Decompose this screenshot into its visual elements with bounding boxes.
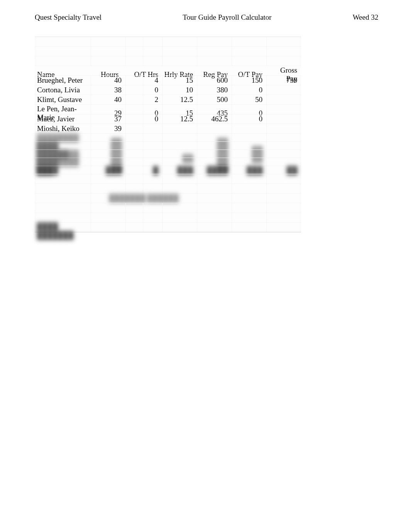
cell-hours: 40 bbox=[91, 95, 125, 104]
cell-hrly-rate: 15 bbox=[162, 76, 197, 85]
table-row: ████████ ████ ██ ██ bbox=[35, 133, 301, 141]
table-row: ████████ ████ ██ ██ ██ ██ bbox=[35, 150, 301, 158]
table-row: Le Pen, Jean-Marie 29 0 15 435 0 bbox=[35, 104, 301, 114]
table-header-row: Name Hours O/T Hrs Hrly Rate Reg Pay O/T… bbox=[35, 66, 301, 75]
cell-name: Cortona, Livia bbox=[35, 86, 91, 94]
cell-ot-hrs: 4 bbox=[125, 76, 162, 85]
cell-name: Maez, Javier bbox=[35, 115, 91, 123]
cell-reg-pay: 462.5 bbox=[197, 115, 232, 123]
payroll-table: Name Hours O/T Hrs Hrly Rate Reg Pay O/T… bbox=[35, 36, 301, 233]
table-row bbox=[35, 46, 301, 56]
cell-ot-hrs: 0 bbox=[125, 86, 162, 94]
cell-name: Brueghel, Peter bbox=[35, 76, 91, 85]
cell-hrly-rate: 10 bbox=[162, 86, 197, 94]
cell-ot-pay: 50 bbox=[232, 95, 266, 104]
table-row bbox=[35, 37, 301, 46]
table-row bbox=[35, 184, 301, 193]
table-row: ███████ ██████ bbox=[35, 193, 301, 203]
table-row: ████ ███ █ ███ ████ ███ ██ bbox=[35, 166, 301, 174]
cell-reg-pay: 600 bbox=[197, 76, 232, 85]
table-row: Brueghel, Peter 40 4 15 600 150 750 bbox=[35, 75, 301, 85]
header-page-tag: Weed 32 bbox=[352, 13, 378, 22]
cell-ot-pay: 0 bbox=[232, 115, 266, 123]
header-title: Tour Guide Payroll Calculator bbox=[183, 13, 271, 22]
cell-hours: 40 bbox=[91, 76, 125, 85]
cell-ot-hrs: 0 bbox=[125, 115, 162, 123]
table-row: Klimt, Gustave 40 2 12.5 500 50 bbox=[35, 95, 301, 104]
table-row: Mioshi, Keiko 39 bbox=[35, 124, 301, 133]
page-header: Quest Specialty Travel Tour Guide Payrol… bbox=[35, 13, 378, 22]
table-row bbox=[35, 56, 301, 66]
table-row: ████████ ███ ██ ██ bbox=[35, 158, 301, 166]
table-row: Cortona, Livia 38 0 10 380 0 bbox=[35, 85, 301, 95]
cell-name: Mioshi, Keiko bbox=[35, 124, 91, 133]
cell-reg-pay: 380 bbox=[197, 86, 232, 94]
cell-hours: 38 bbox=[91, 86, 125, 94]
table-row bbox=[35, 212, 301, 222]
table-row bbox=[35, 174, 301, 184]
cell-hrly-rate: 12.5 bbox=[162, 95, 197, 104]
cell-name: ████ bbox=[35, 166, 91, 175]
cell-hrly-rate: 12.5 bbox=[162, 115, 197, 123]
table-row bbox=[35, 203, 301, 212]
cell-ot-pay: 150 bbox=[232, 76, 266, 85]
footer-label: ████ ███████ bbox=[35, 223, 91, 240]
header-company: Quest Specialty Travel bbox=[35, 13, 102, 22]
table-row: ████ ███████ bbox=[35, 222, 301, 232]
cell-reg-pay: 500 bbox=[197, 95, 232, 104]
table-row: Maez, Javier 37 0 12.5 462.5 0 bbox=[35, 114, 301, 124]
page: Quest Specialty Travel Tour Guide Payrol… bbox=[0, 0, 410, 532]
mid-label: ███████ ██████ bbox=[91, 194, 197, 202]
cell-gross-pay: 750 bbox=[266, 76, 301, 85]
cell-ot-hrs: 2 bbox=[125, 95, 162, 104]
table-row: ████ ██████ ██ ██ ██ bbox=[35, 141, 301, 150]
cell-hours: 39 bbox=[91, 124, 125, 133]
cell-hours: 37 bbox=[91, 115, 125, 123]
cell-name: Klimt, Gustave bbox=[35, 95, 91, 104]
cell-ot-pay: 0 bbox=[232, 86, 266, 94]
